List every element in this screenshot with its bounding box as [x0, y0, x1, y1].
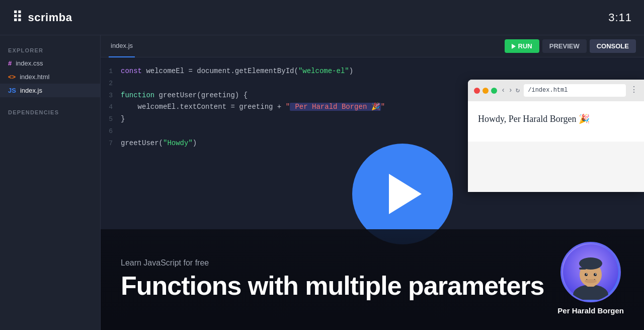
browser-content: Howdy, Per Harald Borgen 🎉: [468, 101, 644, 142]
browser-menu-icon: ⋮: [630, 84, 638, 97]
explorer-label: EXPLORER: [0, 43, 100, 56]
file-tab[interactable]: index.js: [109, 35, 135, 57]
line-num-3: 3: [101, 90, 121, 101]
forward-icon: ›: [508, 85, 512, 97]
run-button[interactable]: RUN: [505, 39, 539, 53]
learn-label: Learn JavaScript for free: [121, 258, 624, 268]
refresh-icon: ↻: [516, 85, 520, 97]
line-num-6: 6: [101, 126, 121, 137]
logo-text: scrimba: [28, 11, 72, 24]
minimize-dot: [482, 88, 489, 94]
svg-rect-5: [579, 268, 586, 270]
console-button[interactable]: CONSOLE: [590, 39, 636, 53]
js-file-icon: JS: [8, 87, 16, 94]
main-layout: EXPLORER # index.css <> index.html JS in…: [0, 35, 644, 330]
html-filename: index.html: [20, 73, 49, 81]
sidebar-item-js[interactable]: JS index.js: [0, 84, 100, 97]
css-file-icon: #: [8, 59, 12, 67]
instructor-name: Per Harald Borgen: [557, 306, 624, 315]
avatar: [560, 242, 621, 302]
play-triangle-icon: [389, 174, 422, 214]
html-file-icon: <>: [8, 73, 16, 81]
instructor: Per Harald Borgen: [557, 242, 624, 315]
js-filename: index.js: [20, 87, 42, 94]
timer: 3:11: [608, 11, 632, 24]
svg-point-8: [586, 274, 587, 275]
browser-nav: ‹ › ↻: [501, 85, 520, 97]
svg-point-10: [585, 279, 597, 283]
browser-chrome: ‹ › ↻ /index.html ⋮: [468, 80, 644, 101]
browser-dots: [474, 88, 497, 94]
sidebar-item-css[interactable]: # index.css: [0, 56, 100, 70]
maximize-dot: [491, 88, 497, 94]
svg-point-7: [594, 273, 597, 276]
line-num-4: 4: [101, 102, 121, 113]
editor-area: index.js RUN PREVIEW CONSOLE 1 const wel…: [101, 35, 644, 330]
back-icon: ‹: [501, 85, 505, 97]
dependencies-label: DEPENDENCIES: [0, 105, 100, 118]
sidebar-item-html[interactable]: <> index.html: [0, 70, 100, 84]
browser-preview: ‹ › ↻ /index.html ⋮ Howdy, Per Harald Bo…: [468, 80, 644, 192]
line-num-7: 7: [101, 138, 121, 149]
preview-button[interactable]: PREVIEW: [542, 39, 587, 53]
line-num-1: 1: [101, 66, 121, 77]
line-num-5: 5: [101, 114, 121, 125]
sidebar: EXPLORER # index.css <> index.html JS in…: [0, 35, 101, 330]
css-filename: index.css: [16, 59, 43, 67]
line-content-1: const welcomeEl = document.getElementByI…: [121, 65, 644, 78]
scrimba-logo-icon: ⠿: [12, 9, 23, 26]
topbar: ⠿ scrimba 3:11: [0, 0, 644, 35]
run-play-icon: [512, 44, 516, 49]
browser-url: /index.html: [524, 84, 626, 96]
code-line-1: 1 const welcomeEl = document.getElementB…: [101, 65, 644, 78]
toolbar-buttons: RUN PREVIEW CONSOLE: [505, 39, 636, 53]
browser-output: Howdy, Per Harald Borgen 🎉: [478, 111, 634, 127]
line-num-2: 2: [101, 78, 121, 89]
avatar-image: [563, 244, 618, 300]
browser-extra-space: [468, 142, 644, 192]
svg-point-9: [595, 274, 596, 275]
close-dot: [474, 88, 480, 94]
run-label: RUN: [518, 42, 532, 50]
lesson-title: Functions with multiple parameters: [121, 272, 624, 300]
editor-toolbar: index.js RUN PREVIEW CONSOLE: [101, 35, 644, 57]
svg-point-6: [585, 273, 588, 276]
logo: ⠿ scrimba: [12, 9, 72, 26]
